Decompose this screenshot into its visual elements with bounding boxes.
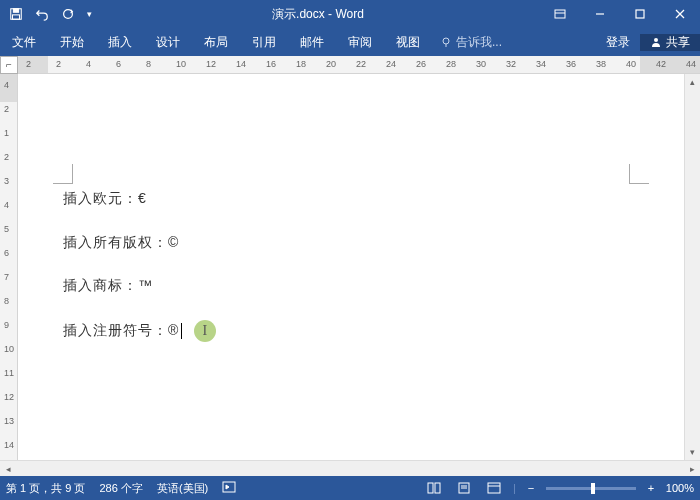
scroll-right-button[interactable]: ▸ — [684, 461, 700, 477]
scroll-down-button[interactable]: ▾ — [685, 444, 700, 460]
doc-line[interactable]: 插入商标：™ — [63, 276, 639, 296]
tab-layout[interactable]: 布局 — [192, 28, 240, 56]
cursor-highlight-icon — [194, 320, 216, 342]
qat-customize-button[interactable]: ▾ — [82, 2, 96, 26]
vertical-ruler[interactable]: 4212345678910111213141516 — [0, 74, 18, 460]
zoom-out-button[interactable]: − — [524, 482, 538, 494]
login-button[interactable]: 登录 — [596, 34, 640, 51]
ribbon-right: 登录 共享 — [596, 28, 700, 56]
document-content[interactable]: 插入欧元：€ 插入所有版权：© 插入商标：™ 插入注册符号：® — [63, 189, 639, 366]
horizontal-ruler[interactable]: ⌐ 22468101214161820222426283032343638404… — [0, 56, 700, 74]
svg-rect-2 — [13, 15, 20, 19]
status-bar: 第 1 页，共 9 页 286 个字 英语(美国) | − + 100% — [0, 476, 700, 500]
ribbon-tabs: 文件 开始 插入 设计 布局 引用 邮件 审阅 视图 告诉我... 登录 共享 — [0, 28, 700, 56]
scroll-up-button[interactable]: ▴ — [685, 74, 700, 90]
tab-selector[interactable]: ⌐ — [0, 56, 18, 74]
title-bar: ▾ 演示.docx - Word — [0, 0, 700, 28]
maximize-button[interactable] — [620, 0, 660, 28]
quick-access-toolbar: ▾ — [0, 2, 96, 26]
redo-button[interactable] — [56, 2, 80, 26]
lightbulb-icon — [440, 36, 452, 48]
tab-design[interactable]: 设计 — [144, 28, 192, 56]
document-area[interactable]: 插入欧元：€ 插入所有版权：© 插入商标：™ 插入注册符号：® — [18, 74, 684, 460]
person-icon — [650, 36, 662, 48]
svg-rect-18 — [488, 483, 500, 493]
status-language[interactable]: 英语(美国) — [157, 481, 208, 496]
doc-line[interactable]: 插入所有版权：© — [63, 233, 639, 253]
svg-point-11 — [654, 38, 658, 42]
close-button[interactable] — [660, 0, 700, 28]
save-button[interactable] — [4, 2, 28, 26]
main-area: 4212345678910111213141516 插入欧元：€ 插入所有版权：… — [0, 74, 700, 460]
tab-insert[interactable]: 插入 — [96, 28, 144, 56]
svg-rect-4 — [555, 10, 565, 18]
status-page[interactable]: 第 1 页，共 9 页 — [6, 481, 85, 496]
scroll-left-button[interactable]: ◂ — [0, 461, 16, 477]
status-word-count[interactable]: 286 个字 — [99, 481, 142, 496]
view-read-mode-button[interactable] — [423, 479, 445, 497]
vertical-scrollbar[interactable]: ▴ ▾ — [684, 74, 700, 460]
svg-rect-13 — [428, 483, 433, 493]
svg-rect-14 — [435, 483, 440, 493]
svg-point-3 — [64, 10, 73, 19]
view-web-layout-button[interactable] — [483, 479, 505, 497]
status-macro-icon[interactable] — [222, 481, 236, 496]
minimize-button[interactable] — [580, 0, 620, 28]
view-print-layout-button[interactable] — [453, 479, 475, 497]
page-corner-tl — [53, 164, 73, 184]
window-title: 演示.docx - Word — [96, 6, 540, 23]
doc-line[interactable]: 插入欧元：€ — [63, 189, 639, 209]
tab-references[interactable]: 引用 — [240, 28, 288, 56]
window-controls — [540, 0, 700, 28]
tab-file[interactable]: 文件 — [0, 28, 48, 56]
svg-point-9 — [443, 38, 449, 44]
text-cursor — [181, 323, 182, 339]
page-corner-tr — [629, 164, 649, 184]
tell-me-search[interactable]: 告诉我... — [432, 28, 596, 56]
zoom-level[interactable]: 100% — [666, 482, 694, 494]
horizontal-scrollbar[interactable]: ◂ ▸ — [0, 460, 700, 476]
undo-button[interactable] — [30, 2, 54, 26]
doc-line[interactable]: 插入注册符号：® — [63, 320, 639, 342]
svg-rect-6 — [636, 10, 644, 18]
tab-review[interactable]: 审阅 — [336, 28, 384, 56]
ribbon-options-button[interactable] — [540, 0, 580, 28]
zoom-slider[interactable] — [546, 487, 636, 490]
share-button[interactable]: 共享 — [640, 34, 700, 51]
tab-view[interactable]: 视图 — [384, 28, 432, 56]
svg-rect-1 — [13, 9, 18, 13]
tab-mailings[interactable]: 邮件 — [288, 28, 336, 56]
zoom-in-button[interactable]: + — [644, 482, 658, 494]
tab-home[interactable]: 开始 — [48, 28, 96, 56]
